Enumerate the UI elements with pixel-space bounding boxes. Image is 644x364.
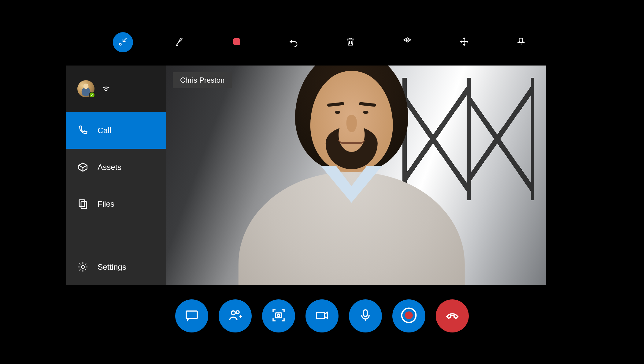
svg-point-7: [231, 311, 235, 315]
chat-button[interactable]: [175, 299, 208, 332]
call-controls: [0, 299, 644, 332]
svg-point-5: [81, 265, 84, 268]
trash-icon: [345, 36, 356, 48]
phone-icon: [77, 125, 88, 136]
sidebar-item-call[interactable]: Call: [66, 112, 166, 149]
collapse-button[interactable]: [113, 32, 133, 52]
svg-rect-11: [316, 312, 324, 318]
video-icon: [315, 308, 329, 324]
app-window: Call Assets Files: [66, 66, 546, 285]
stop-square-icon: [231, 36, 242, 48]
sidebar-item-files[interactable]: Files: [66, 186, 166, 222]
undo-button[interactable]: [283, 32, 304, 52]
video-toggle-button[interactable]: [305, 299, 339, 332]
svg-point-0: [119, 43, 121, 45]
move-arrows-icon: [459, 36, 469, 48]
sidebar-item-label: Settings: [98, 262, 126, 272]
svg-rect-3: [79, 200, 85, 207]
sidebar-item-settings[interactable]: Settings: [66, 249, 166, 285]
wifi-icon: [101, 83, 111, 94]
participant-name: Chris Preston: [180, 76, 224, 84]
delete-button[interactable]: [340, 32, 361, 52]
presence-badge-available: [89, 92, 95, 98]
user-avatar[interactable]: [77, 80, 94, 97]
record-button[interactable]: [392, 299, 425, 332]
svg-rect-1: [233, 38, 240, 45]
collapse-icon: [118, 36, 128, 48]
sidebar-header: [66, 66, 166, 112]
undo-icon: [288, 36, 299, 48]
people-add-icon: [228, 308, 242, 324]
screenshot-button[interactable]: [262, 299, 295, 332]
record-icon: [400, 307, 417, 325]
spatial-button[interactable]: [397, 32, 417, 52]
microphone-icon: [358, 308, 373, 324]
sidebar-nav: Call Assets Files: [66, 112, 166, 285]
camera-frame-icon: [271, 308, 286, 324]
svg-point-10: [277, 314, 280, 317]
sidebar-item-assets[interactable]: Assets: [66, 149, 166, 186]
hangup-icon: [445, 308, 460, 324]
target-icon: [402, 36, 413, 48]
add-participant-button[interactable]: [219, 299, 252, 332]
files-icon: [77, 198, 88, 209]
ink-button[interactable]: [170, 32, 190, 52]
mic-toggle-button[interactable]: [349, 299, 382, 332]
gear-icon: [77, 261, 88, 272]
participant-name-tag: Chris Preston: [173, 72, 232, 88]
move-button[interactable]: [454, 32, 474, 52]
svg-rect-12: [364, 310, 367, 317]
pen-icon: [175, 36, 185, 48]
sidebar-item-label: Call: [98, 126, 111, 135]
svg-rect-4: [81, 202, 87, 209]
svg-point-8: [236, 311, 239, 314]
package-icon: [77, 162, 88, 173]
end-call-button[interactable]: [436, 299, 469, 332]
annotation-toolbar: [0, 32, 644, 52]
pin-button[interactable]: [511, 32, 531, 52]
stop-record-button[interactable]: [227, 32, 247, 52]
pin-icon: [516, 36, 526, 48]
video-feed: Chris Preston: [166, 66, 546, 285]
sidebar: Call Assets Files: [66, 66, 166, 285]
svg-point-2: [406, 39, 408, 41]
sidebar-item-label: Files: [98, 199, 114, 209]
svg-rect-6: [186, 311, 197, 318]
chat-icon: [184, 308, 199, 324]
participant-illustration: [235, 77, 468, 285]
sidebar-item-label: Assets: [98, 163, 121, 172]
svg-point-14: [405, 311, 413, 319]
